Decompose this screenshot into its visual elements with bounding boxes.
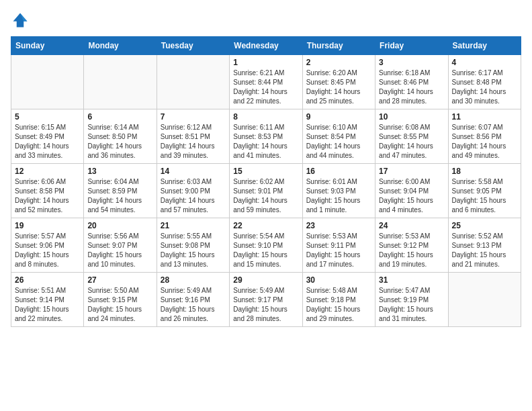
day-number: 4 [452, 58, 517, 67]
calendar-cell: 6Sunrise: 6:14 AM Sunset: 8:50 PM Daylig… [84, 109, 157, 164]
day-info: Sunrise: 6:20 AM Sunset: 8:45 PM Dayligh… [306, 68, 371, 106]
logo-icon [11, 11, 30, 30]
calendar-week-4: 19Sunrise: 5:57 AM Sunset: 9:06 PM Dayli… [11, 218, 521, 273]
day-info: Sunrise: 5:57 AM Sunset: 9:06 PM Dayligh… [15, 232, 80, 269]
day-number: 9 [306, 112, 371, 122]
day-number: 18 [452, 167, 517, 176]
calendar-cell [84, 55, 157, 109]
calendar-cell: 30Sunrise: 5:48 AM Sunset: 9:18 PM Dayli… [302, 273, 375, 327]
day-number: 7 [161, 112, 226, 122]
day-info: Sunrise: 6:15 AM Sunset: 8:49 PM Dayligh… [15, 123, 80, 161]
day-number: 23 [306, 221, 371, 230]
day-number: 2 [306, 58, 371, 67]
day-info: Sunrise: 6:17 AM Sunset: 8:48 PM Dayligh… [452, 68, 517, 106]
day-info: Sunrise: 6:18 AM Sunset: 8:46 PM Dayligh… [379, 68, 444, 106]
day-number: 26 [15, 275, 80, 285]
day-number: 25 [452, 221, 517, 230]
day-info: Sunrise: 5:50 AM Sunset: 9:15 PM Dayligh… [87, 286, 152, 324]
day-number: 19 [15, 221, 80, 230]
day-number: 8 [233, 112, 298, 122]
day-number: 30 [306, 275, 371, 285]
day-info: Sunrise: 6:11 AM Sunset: 8:53 PM Dayligh… [233, 123, 298, 161]
calendar-cell [11, 55, 84, 109]
day-number: 14 [161, 167, 226, 176]
calendar-cell: 16Sunrise: 6:01 AM Sunset: 9:03 PM Dayli… [302, 164, 375, 218]
calendar-cell: 20Sunrise: 5:56 AM Sunset: 9:07 PM Dayli… [84, 218, 157, 273]
calendar-cell [448, 273, 521, 327]
day-info: Sunrise: 6:02 AM Sunset: 9:01 PM Dayligh… [233, 177, 298, 215]
day-info: Sunrise: 6:21 AM Sunset: 8:44 PM Dayligh… [233, 68, 298, 106]
day-info: Sunrise: 5:58 AM Sunset: 9:05 PM Dayligh… [452, 177, 517, 215]
calendar-week-3: 12Sunrise: 6:06 AM Sunset: 8:58 PM Dayli… [11, 164, 521, 218]
calendar-cell [157, 55, 229, 109]
calendar-cell: 22Sunrise: 5:54 AM Sunset: 9:10 PM Dayli… [230, 218, 302, 273]
weekday-header-tuesday: Tuesday [157, 37, 229, 55]
calendar-cell: 12Sunrise: 6:06 AM Sunset: 8:58 PM Dayli… [11, 164, 84, 218]
calendar-cell: 26Sunrise: 5:51 AM Sunset: 9:14 PM Dayli… [11, 273, 84, 327]
calendar-table: SundayMondayTuesdayWednesdayThursdayFrid… [11, 36, 521, 327]
day-number: 16 [306, 167, 371, 176]
calendar-cell: 1Sunrise: 6:21 AM Sunset: 8:44 PM Daylig… [230, 55, 302, 109]
day-info: Sunrise: 5:56 AM Sunset: 9:07 PM Dayligh… [87, 232, 152, 269]
weekday-header-saturday: Saturday [448, 37, 521, 55]
calendar-week-2: 5Sunrise: 6:15 AM Sunset: 8:49 PM Daylig… [11, 109, 521, 164]
calendar-cell: 8Sunrise: 6:11 AM Sunset: 8:53 PM Daylig… [230, 109, 302, 164]
day-number: 1 [233, 58, 298, 67]
day-info: Sunrise: 6:03 AM Sunset: 9:00 PM Dayligh… [161, 177, 226, 215]
day-number: 17 [379, 167, 444, 176]
calendar-cell: 17Sunrise: 6:00 AM Sunset: 9:04 PM Dayli… [375, 164, 448, 218]
calendar-cell: 27Sunrise: 5:50 AM Sunset: 9:15 PM Dayli… [84, 273, 157, 327]
calendar-cell: 31Sunrise: 5:47 AM Sunset: 9:19 PM Dayli… [375, 273, 448, 327]
day-info: Sunrise: 6:08 AM Sunset: 8:55 PM Dayligh… [379, 123, 444, 161]
day-info: Sunrise: 6:00 AM Sunset: 9:04 PM Dayligh… [379, 177, 444, 215]
calendar-cell: 25Sunrise: 5:52 AM Sunset: 9:13 PM Dayli… [448, 218, 521, 273]
day-info: Sunrise: 6:14 AM Sunset: 8:50 PM Dayligh… [87, 123, 152, 161]
calendar-cell: 4Sunrise: 6:17 AM Sunset: 8:48 PM Daylig… [448, 55, 521, 109]
calendar-cell: 29Sunrise: 5:49 AM Sunset: 9:17 PM Dayli… [230, 273, 302, 327]
day-info: Sunrise: 5:52 AM Sunset: 9:13 PM Dayligh… [452, 232, 517, 269]
page-header [11, 11, 521, 30]
day-number: 6 [87, 112, 152, 122]
day-number: 15 [233, 167, 298, 176]
calendar-cell: 11Sunrise: 6:07 AM Sunset: 8:56 PM Dayli… [448, 109, 521, 164]
day-info: Sunrise: 6:06 AM Sunset: 8:58 PM Dayligh… [15, 177, 80, 215]
weekday-header-thursday: Thursday [302, 37, 375, 55]
calendar-cell: 13Sunrise: 6:04 AM Sunset: 8:59 PM Dayli… [84, 164, 157, 218]
calendar-cell: 14Sunrise: 6:03 AM Sunset: 9:00 PM Dayli… [157, 164, 229, 218]
day-number: 31 [379, 275, 444, 285]
day-number: 10 [379, 112, 444, 122]
calendar-cell: 10Sunrise: 6:08 AM Sunset: 8:55 PM Dayli… [375, 109, 448, 164]
day-number: 5 [15, 112, 80, 122]
day-number: 12 [15, 167, 80, 176]
day-info: Sunrise: 5:49 AM Sunset: 9:17 PM Dayligh… [233, 286, 298, 324]
day-number: 3 [379, 58, 444, 67]
day-number: 20 [87, 221, 152, 230]
day-number: 13 [87, 167, 152, 176]
calendar-cell: 3Sunrise: 6:18 AM Sunset: 8:46 PM Daylig… [375, 55, 448, 109]
day-info: Sunrise: 6:07 AM Sunset: 8:56 PM Dayligh… [452, 123, 517, 161]
day-info: Sunrise: 6:01 AM Sunset: 9:03 PM Dayligh… [306, 177, 371, 215]
day-info: Sunrise: 5:51 AM Sunset: 9:14 PM Dayligh… [15, 286, 80, 324]
day-info: Sunrise: 6:10 AM Sunset: 8:54 PM Dayligh… [306, 123, 371, 161]
weekday-header-friday: Friday [375, 37, 448, 55]
calendar-cell: 23Sunrise: 5:53 AM Sunset: 9:11 PM Dayli… [302, 218, 375, 273]
calendar-week-1: 1Sunrise: 6:21 AM Sunset: 8:44 PM Daylig… [11, 55, 521, 109]
weekday-header-monday: Monday [84, 37, 157, 55]
day-number: 24 [379, 221, 444, 230]
logo [11, 11, 32, 30]
day-info: Sunrise: 5:55 AM Sunset: 9:08 PM Dayligh… [161, 232, 226, 269]
weekday-header-row: SundayMondayTuesdayWednesdayThursdayFrid… [11, 37, 521, 55]
day-number: 11 [452, 112, 517, 122]
day-info: Sunrise: 5:48 AM Sunset: 9:18 PM Dayligh… [306, 286, 371, 324]
calendar-cell: 24Sunrise: 5:53 AM Sunset: 9:12 PM Dayli… [375, 218, 448, 273]
calendar-cell: 5Sunrise: 6:15 AM Sunset: 8:49 PM Daylig… [11, 109, 84, 164]
calendar-cell: 18Sunrise: 5:58 AM Sunset: 9:05 PM Dayli… [448, 164, 521, 218]
calendar-cell: 7Sunrise: 6:12 AM Sunset: 8:51 PM Daylig… [157, 109, 229, 164]
day-info: Sunrise: 6:12 AM Sunset: 8:51 PM Dayligh… [161, 123, 226, 161]
day-info: Sunrise: 5:49 AM Sunset: 9:16 PM Dayligh… [161, 286, 226, 324]
calendar-cell: 2Sunrise: 6:20 AM Sunset: 8:45 PM Daylig… [302, 55, 375, 109]
day-number: 29 [233, 275, 298, 285]
day-number: 28 [161, 275, 226, 285]
calendar-week-5: 26Sunrise: 5:51 AM Sunset: 9:14 PM Dayli… [11, 273, 521, 327]
day-info: Sunrise: 5:47 AM Sunset: 9:19 PM Dayligh… [379, 286, 444, 324]
